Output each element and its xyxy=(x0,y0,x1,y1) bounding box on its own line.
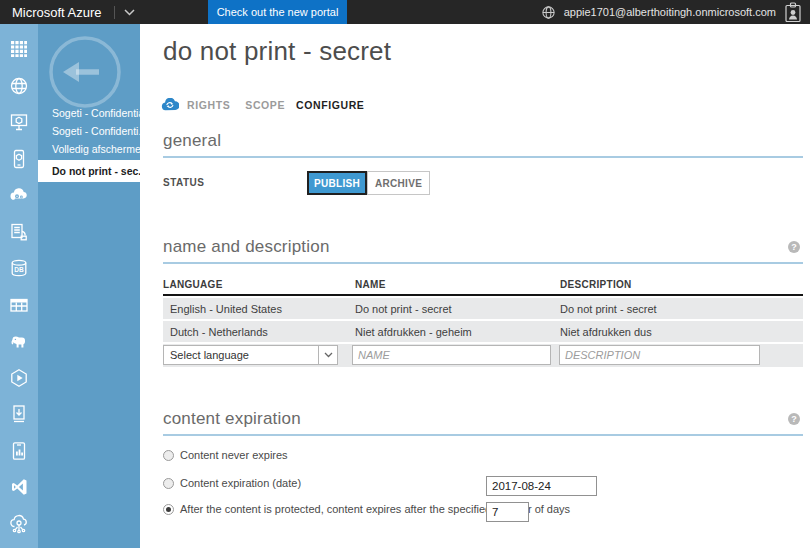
table-input-row: Select language xyxy=(163,344,803,367)
table-row: Dutch - Netherlands Niet afdrukken - geh… xyxy=(163,321,803,342)
all-items-grid-icon[interactable] xyxy=(0,31,38,68)
main-content: do not print - secret RIGHTS SCOPE CONFI… xyxy=(140,24,810,548)
tab-configure[interactable]: CONFIGURE xyxy=(296,99,364,111)
radio-expires-after-days[interactable] xyxy=(163,504,174,515)
back-button[interactable] xyxy=(46,33,124,111)
submenu-item[interactable]: Sogeti - Confidential xyxy=(38,104,140,122)
automation-cloud-icon[interactable] xyxy=(0,506,38,543)
language-select-value: Select language xyxy=(164,349,318,361)
globe-icon xyxy=(541,5,556,20)
radio-label: Content expiration (date) xyxy=(180,477,301,489)
tab-scope[interactable]: SCOPE xyxy=(245,99,285,111)
account-email[interactable]: appie1701@alberthoitingh.onmicrosoft.com xyxy=(564,6,776,18)
section-heading-name-description: name and description xyxy=(163,237,803,264)
cell-language: English - United States xyxy=(163,303,355,315)
page-title: do not print - secret xyxy=(163,36,391,67)
publish-button[interactable]: PUBLISH xyxy=(307,171,367,195)
azure-logo: Microsoft Azure xyxy=(12,5,102,20)
import-export-page-icon[interactable] xyxy=(0,396,38,433)
media-services-icon[interactable] xyxy=(0,360,38,397)
section-heading-general: general xyxy=(163,131,803,158)
language-select[interactable]: Select language xyxy=(163,345,338,365)
tab-bar: RIGHTS SCOPE CONFIGURE xyxy=(161,98,364,111)
column-header-name: NAME xyxy=(355,279,560,290)
resource-submenu: Sogeti - Confidential Sogeti - Confident… xyxy=(38,24,140,548)
new-portal-button[interactable]: Check out the new portal xyxy=(208,0,347,24)
service-icon-rail: DB xyxy=(0,24,38,548)
topbar-divider xyxy=(114,6,115,19)
section-heading-content-expiration: content expiration xyxy=(163,409,803,436)
column-header-language: LANGUAGE xyxy=(163,279,355,290)
chevron-down-icon[interactable] xyxy=(124,9,135,16)
top-bar: Microsoft Azure Check out the new portal… xyxy=(0,0,810,24)
submenu-list: Sogeti - Confidential Sogeti - Confident… xyxy=(38,104,140,182)
rights-management-cloud-icon[interactable] xyxy=(0,542,38,548)
cell-description: Do not print - secret xyxy=(560,303,803,315)
visual-studio-icon[interactable] xyxy=(0,469,38,506)
rights-management-tab-icon xyxy=(161,98,179,111)
tab-rights[interactable]: RIGHTS xyxy=(187,99,230,111)
expiration-days-input[interactable] xyxy=(486,502,529,522)
status-toggle: PUBLISH ARCHIVE xyxy=(307,171,430,195)
archive-button[interactable]: ARCHIVE xyxy=(367,171,430,195)
user-avatar[interactable] xyxy=(784,2,803,23)
column-header-description: DESCRIPTION xyxy=(560,279,803,290)
mobile-services-phone-icon[interactable] xyxy=(0,141,38,178)
submenu-item[interactable]: Sogeti - Confidenti... xyxy=(38,122,140,140)
submenu-item-selected[interactable]: Do not print - sec... xyxy=(38,160,140,182)
cloud-services-icon[interactable] xyxy=(0,177,38,214)
table-row: English - United States Do not print - s… xyxy=(163,298,803,319)
cell-name: Do not print - secret xyxy=(355,303,560,315)
option-never-expires: Content never expires xyxy=(163,448,288,462)
help-icon[interactable]: ? xyxy=(788,241,800,253)
submenu-item[interactable]: Volledig afschermen xyxy=(38,140,140,158)
name-description-table: LANGUAGE NAME DESCRIPTION English - Unit… xyxy=(163,274,803,367)
radio-expiration-date[interactable] xyxy=(163,478,174,489)
svg-text:DB: DB xyxy=(14,266,24,273)
table-header-row: LANGUAGE NAME DESCRIPTION xyxy=(163,274,803,296)
name-input[interactable] xyxy=(352,345,551,365)
expiration-date-input[interactable] xyxy=(486,476,597,496)
chevron-down-icon[interactable] xyxy=(318,346,337,364)
web-apps-globe-icon[interactable] xyxy=(0,68,38,105)
sql-databases-icon[interactable]: DB xyxy=(0,250,38,287)
storage-tables-icon[interactable] xyxy=(0,287,38,324)
cell-description: Niet afdrukken dus xyxy=(560,326,803,338)
status-label: STATUS xyxy=(163,177,205,188)
hdinsight-elephant-icon[interactable] xyxy=(0,323,38,360)
virtual-machines-monitor-icon[interactable] xyxy=(0,104,38,141)
mobile-engagement-chart-icon[interactable] xyxy=(0,433,38,470)
cell-language: Dutch - Netherlands xyxy=(163,326,355,338)
account-area: appie1701@alberthoitingh.onmicrosoft.com xyxy=(541,0,810,24)
help-icon[interactable]: ? xyxy=(788,413,800,425)
option-expiration-date: Content expiration (date) xyxy=(163,476,301,490)
radio-never-expires[interactable] xyxy=(163,450,174,461)
description-input[interactable] xyxy=(559,345,760,365)
cell-name: Niet afdrukken - geheim xyxy=(355,326,560,338)
batch-services-documents-icon[interactable] xyxy=(0,214,38,251)
radio-label: Content never expires xyxy=(180,449,288,461)
